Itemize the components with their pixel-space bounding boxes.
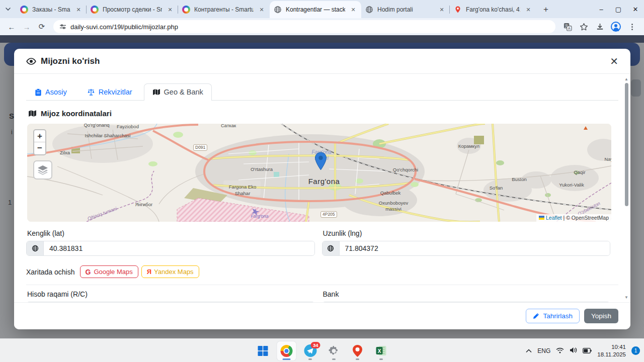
- flag-icon: [539, 216, 544, 220]
- map-label: Buston: [512, 176, 527, 182]
- leaflet-link[interactable]: Leaflet: [546, 215, 562, 221]
- tab-asosiy[interactable]: Asosiy: [26, 83, 75, 101]
- yandex-maps-button[interactable]: Я Yandex Maps: [141, 265, 199, 278]
- tab-close-icon[interactable]: ✕: [524, 6, 532, 14]
- address-bar[interactable]: daily-suvi.com/19l/public/mijozlar.php: [53, 20, 555, 33]
- clipboard-icon: [35, 88, 42, 96]
- map-label: Qabulbek: [380, 190, 401, 196]
- toolbar-actions: 文A: [560, 20, 639, 33]
- tab-close-icon[interactable]: ✕: [166, 6, 174, 14]
- map-label: Fargona Eko: [229, 184, 256, 190]
- settings-taskbar-icon[interactable]: [325, 341, 344, 360]
- tab-geo-bank[interactable]: Geo & Bank: [144, 83, 212, 101]
- tab-title: Просмотр сделки - Smart: [103, 6, 162, 13]
- menu-dots-icon[interactable]: [625, 20, 639, 33]
- start-button[interactable]: [254, 341, 273, 360]
- wifi-icon[interactable]: [556, 346, 564, 355]
- tray-time: 10:41: [597, 343, 626, 350]
- modal-scrollbar[interactable]: ▲ ▼: [623, 76, 629, 300]
- edit-button[interactable]: Tahrirlash: [526, 309, 580, 323]
- modal-header: Mijozni ko'rish ✕: [14, 49, 630, 74]
- language-indicator[interactable]: ENG: [537, 347, 550, 354]
- browser-tab[interactable]: Контрагенты - Smartup ✕: [178, 1, 270, 18]
- account-label: Hisob raqami (R/C): [27, 290, 315, 298]
- forward-button[interactable]: →: [20, 20, 33, 33]
- scrollbar-thumb[interactable]: [625, 83, 628, 206]
- battery-icon[interactable]: [583, 346, 592, 355]
- zoom-out-button[interactable]: −: [34, 142, 45, 154]
- close-button[interactable]: Yopish: [584, 309, 618, 323]
- telegram-taskbar-icon[interactable]: 34: [301, 341, 320, 360]
- map-zoom-control: + −: [33, 129, 46, 155]
- map-layers-button[interactable]: [33, 160, 52, 179]
- map-label: massivi: [385, 206, 401, 212]
- lng-label: Uzunlik (lng): [323, 229, 611, 237]
- tab-close-icon[interactable]: ✕: [438, 6, 446, 14]
- modal-close-icon[interactable]: ✕: [610, 56, 618, 66]
- browser-tab-active[interactable]: Kontragentlar — stacked n ✕: [270, 1, 361, 18]
- taskbar: 34 X ENG: [0, 338, 644, 362]
- svg-text:X: X: [377, 348, 381, 354]
- tab-title: Kontragentlar — stacked n: [286, 6, 345, 13]
- back-button[interactable]: ←: [5, 20, 18, 33]
- road-shield: D091: [193, 144, 207, 151]
- bookmark-star-icon[interactable]: [577, 20, 591, 33]
- osm-link[interactable]: © OpenStreetMap: [566, 215, 609, 221]
- map-tiles: Qo'rg'onariqFayziobodСаткакIshchilar Sha…: [27, 124, 611, 222]
- clock[interactable]: 10:41 18.11.2025: [597, 343, 626, 358]
- lat-input[interactable]: [44, 241, 314, 255]
- map-label: Корамкул: [458, 143, 479, 149]
- tab-close-icon[interactable]: ✕: [74, 6, 83, 14]
- volume-icon[interactable]: [570, 346, 577, 355]
- tab-title: Заказы - Smartup: [32, 6, 70, 13]
- pencil-icon: [533, 313, 539, 319]
- smartup-favicon-icon: [182, 6, 190, 14]
- map-label: Oxunboboyev: [379, 200, 409, 206]
- map-label: Shahar: [235, 191, 251, 196]
- window-close-button[interactable]: ✕: [627, 0, 644, 18]
- zoom-in-button[interactable]: +: [34, 130, 45, 142]
- leaflet-map[interactable]: Qo'rg'onariqFayziobodСаткакIshchilar Sha…: [27, 124, 611, 222]
- reload-button[interactable]: ⟳: [35, 20, 48, 33]
- browser-tab[interactable]: Hodim portali ✕: [361, 1, 450, 18]
- tab-close-icon[interactable]: ✕: [349, 6, 357, 14]
- new-tab-button[interactable]: +: [539, 3, 552, 16]
- browser-tab[interactable]: Farg'ona ko'chasi, 417 — Y ✕: [450, 1, 536, 18]
- map-label: Саткак: [221, 124, 236, 128]
- tray-chevron-icon[interactable]: [526, 348, 532, 354]
- map-icon: [152, 88, 160, 96]
- tab-search-icon[interactable]: [1, 2, 15, 16]
- site-info-icon[interactable]: [59, 23, 66, 30]
- map-label: So'fan: [490, 185, 503, 191]
- window-maximize-button[interactable]: ▢: [610, 0, 627, 18]
- tab-title: Farg'ona ko'chasi, 417 — Y: [466, 6, 520, 13]
- scroll-up-arrow[interactable]: ▲: [623, 76, 629, 82]
- map-attribution: Leaflet | © OpenStreetMap: [536, 214, 611, 222]
- lng-input[interactable]: [340, 241, 610, 255]
- browser-tab[interactable]: Заказы - Smartup ✕: [16, 1, 87, 18]
- chrome-taskbar-icon[interactable]: [277, 341, 296, 360]
- google-maps-button[interactable]: G Google Maps: [80, 265, 138, 278]
- tab-close-icon[interactable]: ✕: [258, 6, 266, 14]
- excel-taskbar-icon[interactable]: X: [372, 341, 391, 360]
- scroll-down-arrow[interactable]: ▼: [623, 294, 629, 300]
- map-marker-icon[interactable]: [314, 152, 327, 170]
- profile-avatar-icon[interactable]: [609, 20, 623, 33]
- modal-footer: Tahrirlash Yopish: [14, 302, 630, 329]
- download-icon[interactable]: [593, 20, 607, 33]
- map-label: Ishchilar Shaharchasi: [85, 133, 131, 138]
- window-minimize-button[interactable]: –: [593, 0, 610, 18]
- map-label: Farg'ona: [308, 177, 340, 186]
- open-in-maps-row: Xaritada ochish G Google Maps Я Yandex M…: [26, 265, 618, 278]
- yandex-maps-taskbar-icon[interactable]: [348, 341, 367, 360]
- notification-badge[interactable]: 1: [631, 346, 640, 355]
- translate-icon[interactable]: 文A: [560, 20, 575, 33]
- map-label: Fayziobod: [117, 124, 139, 129]
- account-input-group: [26, 302, 315, 302]
- tab-rekvizitlar[interactable]: Rekvizitlar: [78, 83, 141, 101]
- page-content: S i 1 Mijozni ko'rish ✕ Asosiy: [0, 35, 644, 338]
- browser-tab[interactable]: Просмотр сделки - Smart ✕: [87, 1, 178, 18]
- map-label: Yukori-Valik: [559, 182, 584, 188]
- map-label: Qo'rg'onariq: [84, 124, 109, 128]
- url-text: daily-suvi.com/19l/public/mijozlar.php: [70, 23, 178, 31]
